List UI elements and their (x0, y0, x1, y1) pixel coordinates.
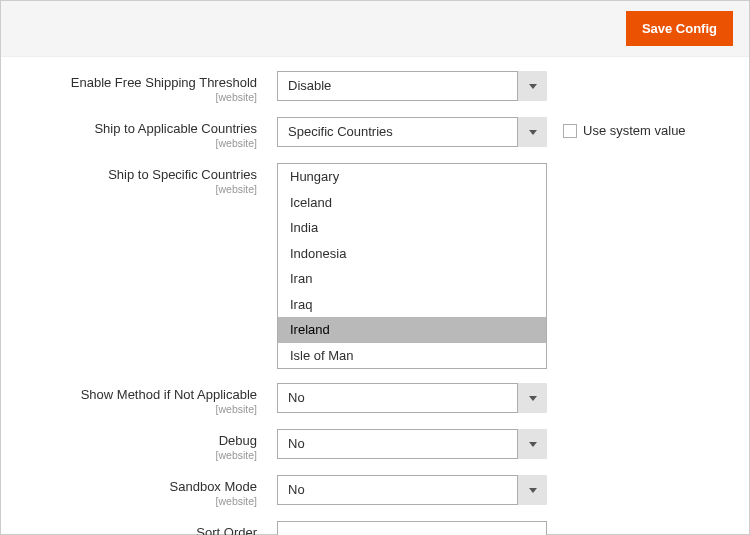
free-shipping-threshold-select[interactable]: Disable (277, 71, 547, 101)
scope-label: [website] (17, 403, 257, 415)
chevron-down-icon (517, 117, 547, 147)
country-option[interactable]: Iraq (278, 292, 546, 318)
scope-label: [website] (17, 495, 257, 507)
country-option[interactable]: Hungary (278, 164, 546, 190)
field-label: Ship to Applicable Countries (17, 121, 257, 136)
label-col: Sandbox Mode [website] (17, 475, 277, 507)
label-col: Ship to Applicable Countries [website] (17, 117, 277, 149)
country-option[interactable]: Iran (278, 266, 546, 292)
row-ship-specific: Ship to Specific Countries [website] Hun… (17, 163, 733, 369)
field-col: No (277, 475, 547, 505)
country-option[interactable]: Iceland (278, 190, 546, 216)
ship-applicable-select[interactable]: Specific Countries (277, 117, 547, 147)
ship-specific-multiselect[interactable]: HungaryIcelandIndiaIndonesiaIranIraqIrel… (277, 163, 547, 369)
select-value: No (277, 429, 547, 459)
label-col: Enable Free Shipping Threshold [website] (17, 71, 277, 103)
select-value: Specific Countries (277, 117, 547, 147)
use-system-value-checkbox[interactable] (563, 124, 577, 138)
sort-order-input[interactable] (277, 521, 547, 535)
field-label: Sort Order (17, 525, 257, 535)
country-option[interactable]: India (278, 215, 546, 241)
sandbox-select[interactable]: No (277, 475, 547, 505)
show-method-select[interactable]: No (277, 383, 547, 413)
chevron-down-icon (517, 429, 547, 459)
field-label: Ship to Specific Countries (17, 167, 257, 182)
select-value: No (277, 383, 547, 413)
field-col: Disable (277, 71, 547, 101)
field-col: No (277, 429, 547, 459)
row-sort-order: Sort Order [website] (17, 521, 733, 535)
country-option[interactable]: Ireland (278, 317, 546, 343)
select-value: Disable (277, 71, 547, 101)
field-col (277, 521, 547, 535)
field-col: HungaryIcelandIndiaIndonesiaIranIraqIrel… (277, 163, 547, 369)
row-show-method: Show Method if Not Applicable [website] … (17, 383, 733, 415)
row-sandbox: Sandbox Mode [website] No (17, 475, 733, 507)
field-label: Debug (17, 433, 257, 448)
chevron-down-icon (517, 383, 547, 413)
chevron-down-icon (517, 475, 547, 505)
save-button[interactable]: Save Config (626, 11, 733, 46)
scope-label: [website] (17, 137, 257, 149)
form-content: Enable Free Shipping Threshold [website]… (1, 57, 749, 535)
header-bar: Save Config (1, 1, 749, 57)
field-col: Specific Countries (277, 117, 547, 147)
row-free-shipping-threshold: Enable Free Shipping Threshold [website]… (17, 71, 733, 103)
field-label: Show Method if Not Applicable (17, 387, 257, 402)
scope-label: [website] (17, 183, 257, 195)
row-ship-applicable: Ship to Applicable Countries [website] S… (17, 117, 733, 149)
country-option[interactable]: Israel (278, 368, 546, 369)
field-label: Sandbox Mode (17, 479, 257, 494)
country-option[interactable]: Isle of Man (278, 343, 546, 369)
field-col: No (277, 383, 547, 413)
use-system-value-label: Use system value (583, 123, 686, 138)
field-label: Enable Free Shipping Threshold (17, 75, 257, 90)
debug-select[interactable]: No (277, 429, 547, 459)
scope-label: [website] (17, 449, 257, 461)
select-value: No (277, 475, 547, 505)
use-system-value-wrap: Use system value (547, 117, 686, 138)
row-debug: Debug [website] No (17, 429, 733, 461)
label-col: Show Method if Not Applicable [website] (17, 383, 277, 415)
chevron-down-icon (517, 71, 547, 101)
scope-label: [website] (17, 91, 257, 103)
country-option[interactable]: Indonesia (278, 241, 546, 267)
config-frame: Save Config Enable Free Shipping Thresho… (0, 0, 750, 535)
label-col: Sort Order [website] (17, 521, 277, 535)
label-col: Debug [website] (17, 429, 277, 461)
label-col: Ship to Specific Countries [website] (17, 163, 277, 195)
